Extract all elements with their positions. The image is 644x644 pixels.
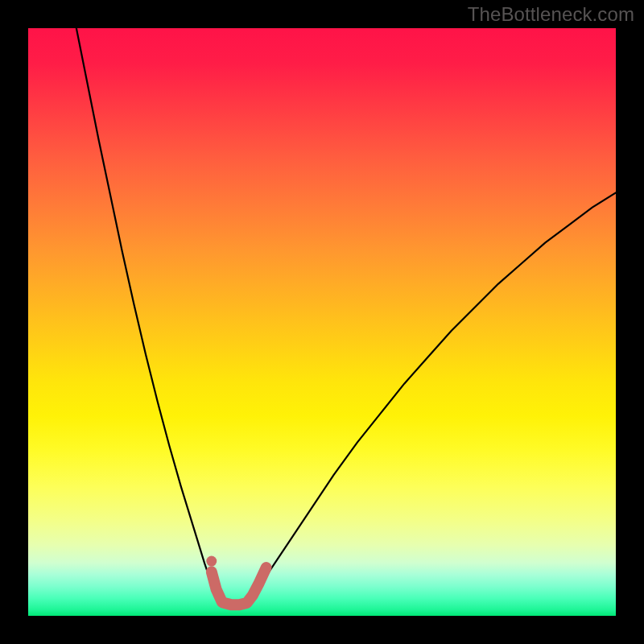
right-curve: [251, 192, 616, 595]
plot-area: [28, 28, 616, 616]
watermark-text: TheBottleneck.com: [468, 3, 634, 26]
curve-layer: [28, 28, 616, 616]
left-curve: [76, 28, 217, 595]
chart-frame: TheBottleneck.com: [0, 0, 644, 644]
marker-group: [206, 556, 266, 605]
marker-stroke: [212, 568, 266, 605]
marker-dot: [206, 556, 217, 567]
